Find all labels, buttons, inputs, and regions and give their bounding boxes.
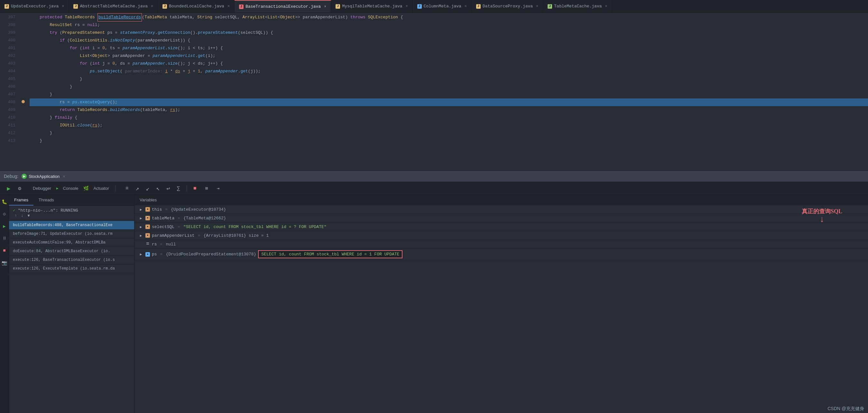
- thread-header: ✓ "http-nio-...n": RUNNING ↑ ↓ ▼: [9, 206, 134, 221]
- threads-tab[interactable]: Threads: [33, 195, 59, 205]
- frame-item-5[interactable]: execute:126, ExecuteTemplate (io.seata.r…: [9, 264, 134, 273]
- resume-button[interactable]: ▶: [4, 184, 13, 193]
- close-icon[interactable]: ×: [324, 4, 326, 9]
- tab-TableMetaCache[interactable]: J TableMetaCache.java ×: [543, 0, 612, 12]
- var-name-ps: ps: [152, 252, 157, 257]
- step-out-button[interactable]: ↖: [153, 184, 163, 193]
- step-over-button[interactable]: ↗: [132, 184, 142, 193]
- pause-side-icon[interactable]: ⏸: [1, 235, 8, 242]
- var-eq-paramAppenderList: =: [198, 233, 200, 238]
- frames-panel: Frames Threads ✓ "http-nio-...n": RUNNIN…: [9, 195, 134, 413]
- tab-ColumnMeta[interactable]: J ColumnMeta.java ×: [413, 0, 472, 12]
- var-eq-rs: =: [160, 242, 163, 247]
- var-ps: ▶ ● ps = {DruidPooledPreparedStatement@1…: [134, 249, 868, 260]
- tab-MysqlTableMetaCache[interactable]: J MysqlTableMetaCache.java ×: [331, 0, 412, 12]
- csdn-watermark: CSDN @充充健身: [828, 406, 864, 412]
- expand-rs: [138, 242, 144, 247]
- expand-button[interactable]: ⇥: [213, 184, 223, 193]
- code-line-398: ResultSet rs = null;: [30, 21, 868, 29]
- frame-item-1[interactable]: beforeImage:71, UpdateExecutor (io.seata…: [9, 230, 134, 239]
- var-name-rs: rs: [152, 242, 157, 247]
- var-eq-selectSQL: =: [178, 224, 180, 229]
- thread-up-arrow[interactable]: ↑: [13, 213, 19, 219]
- table-view-button[interactable]: ⊞: [202, 184, 211, 193]
- var-name-selectSQL: selectSQL: [152, 224, 174, 229]
- run-to-cursor-button[interactable]: ↩: [163, 184, 173, 193]
- camera-side-icon[interactable]: 📷: [1, 259, 8, 266]
- debug-panels: 🐛 ⚙ ▶ ⏸ ■ 📷 Frames Threads ✓ "http-nio-.…: [0, 195, 868, 413]
- actuator-tab-group: 🌿 Actuator: [83, 185, 112, 192]
- code-line-406: }: [30, 83, 868, 91]
- close-icon[interactable]: ×: [406, 4, 408, 9]
- tab-UpdateExecutor[interactable]: J UpdateExecutor.java ×: [0, 0, 69, 12]
- debug-session: ▶ StockApplication ×: [22, 174, 65, 179]
- console-tab[interactable]: Console: [60, 185, 82, 192]
- code-line-413: }: [30, 137, 868, 145]
- var-eq-ps: =: [160, 252, 163, 257]
- debug-main-area: Frames Threads ✓ "http-nio-...n": RUNNIN…: [9, 195, 868, 413]
- close-icon[interactable]: ×: [62, 4, 64, 9]
- frames-tab[interactable]: Frames: [9, 195, 33, 205]
- frame-item-2[interactable]: executeAutoCommitFalse:99, AbstractDMLBa: [9, 239, 134, 247]
- line-numbers: 397 398 399 400 401 402 403 404 405 406 …: [0, 13, 19, 170]
- code-line-412: }: [30, 129, 868, 137]
- close-icon[interactable]: ×: [151, 4, 153, 9]
- stop-side-icon[interactable]: ■: [1, 247, 8, 254]
- expand-tableMeta[interactable]: ▶: [138, 216, 144, 221]
- evaluate-button[interactable]: ∑: [174, 184, 183, 193]
- var-val-paramAppenderList: {ArrayList@10761} size = 1: [203, 233, 269, 238]
- tab-AbstractTableMetaCache[interactable]: J AbstractTableMetaCache.java ×: [69, 0, 158, 12]
- thread-name: "http-nio-...n": RUNNING: [18, 208, 78, 213]
- play-side-icon[interactable]: ▶: [1, 223, 8, 230]
- annotation-text: 真正的查询SQL: [802, 208, 842, 215]
- var-selectSQL: ▶ ● selectSQL = "SELECT id, count FROM s…: [134, 223, 868, 231]
- code-line-399: try (PreparedStatement ps = statementPro…: [30, 29, 868, 37]
- session-close-icon[interactable]: ×: [63, 174, 65, 179]
- java-file-icon: J: [476, 4, 480, 9]
- thread-down-arrow[interactable]: ↓: [19, 213, 25, 219]
- thread-filter[interactable]: ▼: [26, 213, 32, 219]
- code-line-411: IOUtil.close(rs);: [30, 122, 868, 129]
- var-name-tableMeta: tableMeta: [152, 216, 174, 221]
- tab-BaseTransactionalExecutor[interactable]: J BaseTransactionalExecutor.java ×: [235, 0, 331, 12]
- var-val-selectSQL: "SELECT id, count FROM stock_tbl WHERE i…: [183, 224, 327, 229]
- annotation-container: 真正的查询SQL ↓: [802, 208, 842, 224]
- close-icon[interactable]: ×: [465, 4, 467, 9]
- close-icon[interactable]: ×: [605, 4, 608, 9]
- tab-BoundedLocalCache[interactable]: J BoundedLocalCache.java ×: [158, 0, 235, 12]
- expand-selectSQL[interactable]: ▶: [138, 224, 144, 229]
- settings-button[interactable]: ⚙: [15, 184, 25, 193]
- console-tab-group: ▶ Console: [56, 185, 82, 192]
- expand-paramAppenderList[interactable]: ▶: [138, 233, 144, 238]
- thread-arrows: ↑ ↓ ▼: [13, 213, 130, 219]
- close-icon[interactable]: ×: [227, 4, 230, 9]
- actuator-tab[interactable]: Actuator: [90, 185, 112, 192]
- tab-label: ColumnMeta.java: [424, 4, 461, 9]
- debug-bar: Debug: ▶ StockApplication ×: [0, 170, 868, 182]
- frame-item-0[interactable]: buildTableRecords:408, BaseTransactional…: [9, 221, 134, 230]
- frame-item-3[interactable]: doExecute:84, AbstractDMLBaseExecutor (i…: [9, 247, 134, 256]
- debugger-tab[interactable]: Debugger: [30, 185, 54, 192]
- var-val-ps-prefix: {DruidPooledPreparedStatement@13078}: [166, 252, 256, 257]
- settings-side-icon[interactable]: ⚙: [1, 210, 8, 217]
- java-file-icon: J: [162, 4, 167, 9]
- tab-label: DataSourceProxy.java: [483, 4, 533, 9]
- debug-toolbar: ▶ ⚙ Debugger ▶ Console 🌿 Actuator ≡ ↗ ↙ …: [0, 182, 868, 195]
- tab-DataSourceProxy[interactable]: J DataSourceProxy.java ×: [472, 0, 543, 12]
- step-into-button[interactable]: ↙: [143, 184, 153, 193]
- stop-button[interactable]: ■: [190, 184, 200, 193]
- close-icon[interactable]: ×: [536, 4, 538, 9]
- debug-label: Debug:: [4, 174, 18, 179]
- java-file-icon: J: [548, 4, 552, 9]
- code-line-405: }: [30, 75, 868, 83]
- debug-controls: ≡ ↗ ↙ ↖ ↩ ∑: [122, 184, 183, 193]
- frame-item-4[interactable]: execute:126, BaseTransactionalExecutor (…: [9, 256, 134, 264]
- expand-ps[interactable]: ▶: [138, 252, 144, 257]
- list-view-button[interactable]: ≡: [122, 184, 132, 193]
- java-file-icon: J: [239, 4, 244, 9]
- debug-side-icon[interactable]: 🐛: [1, 198, 8, 205]
- code-line-400: if (CollectionUtils.isNotEmpty(paramAppe…: [30, 37, 868, 44]
- java-file-icon: J: [73, 4, 78, 9]
- expand-this[interactable]: ▶: [138, 207, 144, 212]
- variables-header: Variables: [134, 195, 868, 205]
